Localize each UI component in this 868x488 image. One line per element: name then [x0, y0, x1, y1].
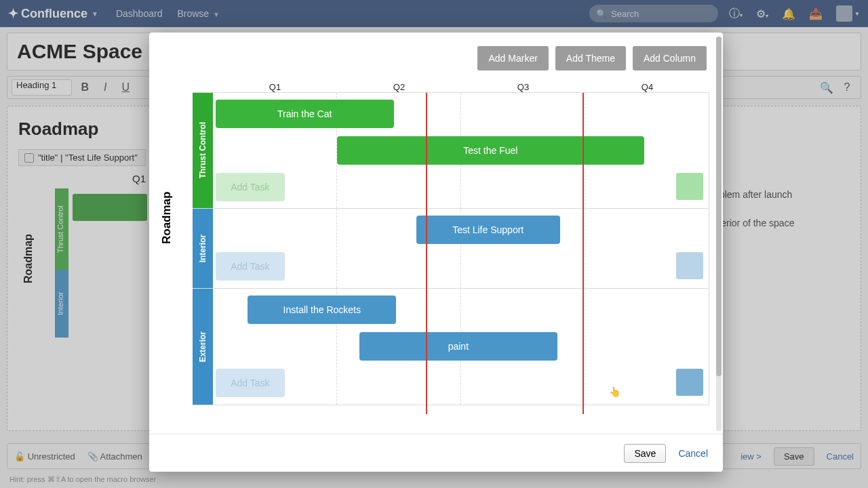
col-header-q4[interactable]: Q4	[585, 82, 709, 92]
add-theme-button[interactable]: Add Theme	[555, 46, 626, 70]
lane-label-exterior[interactable]: Exterior	[193, 289, 213, 405]
lane-label-thrust[interactable]: Thrust Control	[193, 93, 213, 208]
modal-save-button[interactable]: Save	[624, 444, 666, 463]
roadmap-title: Roadmap	[160, 192, 174, 244]
marker-line-2[interactable]	[583, 93, 584, 414]
marker-line-1[interactable]	[426, 93, 427, 414]
task-paint[interactable]: paint	[359, 332, 557, 361]
lane-thrust-control: Thrust Control Train the Cat Test the Fu…	[193, 93, 709, 208]
lane-color-swatch-green[interactable]	[676, 173, 703, 200]
add-marker-button[interactable]: Add Marker	[477, 46, 548, 70]
task-install-the-rockets[interactable]: Install the Rockets	[248, 296, 396, 324]
lane-interior: Interior Test Life Support Add Task	[193, 208, 709, 288]
col-header-q3[interactable]: Q3	[461, 82, 585, 92]
lane-color-swatch-blue[interactable]	[676, 252, 703, 279]
task-test-the-fuel[interactable]: Test the Fuel	[337, 136, 644, 165]
roadmap-editor-modal: Add Marker Add Theme Add Column Roadmap …	[149, 33, 723, 472]
task-train-the-cat[interactable]: Train the Cat	[216, 100, 394, 128]
lane-exterior: Exterior Install the Rockets paint Add T…	[193, 288, 709, 405]
lane-color-swatch-exterior[interactable]	[676, 369, 703, 396]
add-column-button[interactable]: Add Column	[633, 46, 707, 70]
add-task-thrust[interactable]: Add Task	[216, 173, 285, 201]
col-header-q2[interactable]: Q2	[337, 82, 461, 92]
modal-cancel-link[interactable]: Cancel	[678, 448, 708, 459]
add-task-exterior[interactable]: Add Task	[216, 369, 285, 397]
col-header-q1[interactable]: Q1	[213, 82, 337, 92]
add-task-interior[interactable]: Add Task	[216, 252, 285, 281]
lane-label-interior[interactable]: Interior	[193, 209, 213, 288]
task-test-life-support[interactable]: Test Life Support	[416, 216, 560, 244]
